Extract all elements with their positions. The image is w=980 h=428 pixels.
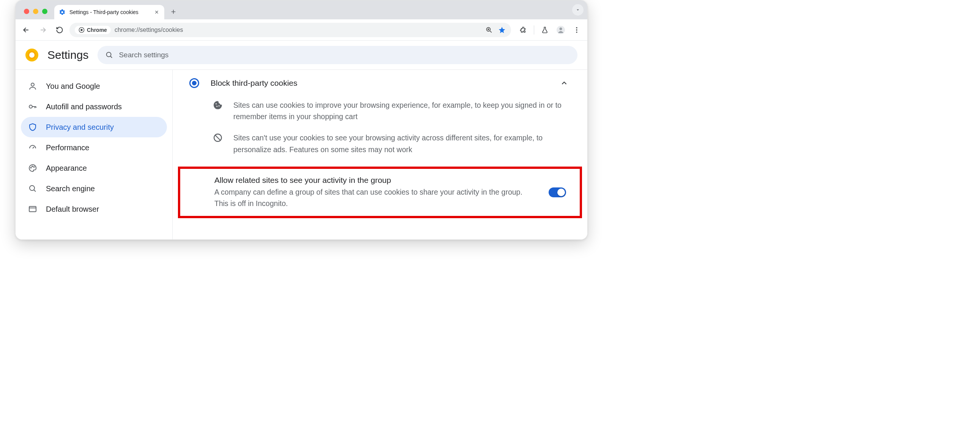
sidebar-item-label: Appearance (46, 164, 87, 173)
sidebar-item-you-and-google[interactable]: You and Google (21, 76, 167, 96)
divider (534, 25, 534, 35)
sidebar-item-label: Privacy and security (46, 123, 114, 132)
palette-icon (28, 163, 38, 173)
key-icon (28, 102, 38, 111)
svg-point-4 (560, 27, 562, 30)
settings-header: Settings Search settings (16, 41, 587, 70)
person-icon (28, 81, 38, 91)
menu-dots-icon[interactable] (570, 23, 584, 37)
search-icon (28, 184, 38, 194)
tab-strip: Settings - Third-party cookies (16, 0, 587, 19)
sidebar-item-appearance[interactable]: Appearance (21, 158, 167, 178)
close-tab-icon[interactable] (154, 9, 160, 15)
svg-point-14 (30, 186, 35, 191)
tab-title: Settings - Third-party cookies (70, 9, 150, 15)
minimize-window-button[interactable] (33, 9, 38, 14)
svg-point-16 (215, 103, 216, 104)
tab-search-button[interactable] (572, 4, 584, 16)
profile-avatar[interactable] (554, 23, 568, 37)
toggle-knob (557, 189, 565, 196)
search-placeholder: Search settings (119, 51, 169, 59)
sidebar-item-search-engine[interactable]: Search engine (21, 178, 167, 199)
browser-window-icon (28, 204, 38, 214)
maximize-window-button[interactable] (42, 9, 48, 14)
svg-point-1 (80, 29, 82, 31)
chrome-logo-icon (25, 49, 38, 62)
svg-point-8 (107, 53, 111, 57)
allow-related-sites-row: Allow related sites to see your activity… (178, 167, 582, 218)
toolbar: Chrome chrome://settings/cookies (16, 19, 587, 41)
forward-button[interactable] (36, 23, 50, 37)
sidebar: You and Google Autofill and passwords Pr… (16, 70, 173, 239)
toolbar-actions (514, 23, 584, 37)
zoom-icon[interactable] (485, 26, 493, 34)
radio-selected-icon (189, 78, 199, 88)
url-text: chrome://settings/cookies (115, 27, 183, 33)
speedometer-icon (28, 143, 38, 153)
site-chip: Chrome (75, 26, 111, 34)
cookies-card: Block third-party cookies Sites can use … (178, 70, 582, 218)
chip-label: Chrome (87, 27, 107, 33)
sidebar-item-performance[interactable]: Performance (21, 137, 167, 158)
svg-point-12 (32, 166, 33, 167)
sidebar-item-label: You and Google (46, 82, 100, 91)
svg-point-6 (576, 29, 577, 30)
sidebar-item-default-browser[interactable]: Default browser (21, 199, 167, 219)
svg-point-17 (216, 106, 217, 107)
close-window-button[interactable] (24, 9, 29, 14)
labs-icon[interactable] (538, 23, 552, 37)
related-sites-description: A company can define a group of sites th… (214, 186, 529, 209)
main-panel: Block third-party cookies Sites can use … (173, 70, 587, 239)
svg-point-10 (29, 105, 32, 108)
settings-body: You and Google Autofill and passwords Pr… (16, 70, 587, 239)
description-allowed: Sites can use cookies to improve your br… (178, 96, 582, 129)
bookmark-star-icon[interactable] (498, 26, 506, 34)
window-controls (24, 9, 48, 14)
radio-label: Block third-party cookies (210, 78, 560, 88)
search-icon (105, 51, 113, 59)
new-tab-button[interactable] (167, 6, 180, 18)
browser-window: Settings - Third-party cookies (15, 0, 588, 240)
page-title: Settings (48, 49, 88, 62)
blocked-icon (212, 132, 223, 155)
description-text: Sites can use cookies to improve your br… (233, 99, 563, 122)
svg-rect-15 (29, 207, 36, 212)
svg-point-13 (34, 167, 35, 167)
address-bar[interactable]: Chrome chrome://settings/cookies (70, 23, 511, 37)
shield-icon (28, 122, 38, 132)
description-text: Sites can't use your cookies to see your… (233, 132, 563, 155)
sidebar-item-label: Performance (46, 143, 89, 152)
extensions-icon[interactable] (516, 23, 530, 37)
sidebar-item-label: Search engine (46, 185, 95, 193)
svg-point-5 (576, 27, 577, 28)
svg-point-9 (31, 83, 34, 86)
page-content: Settings Search settings You and Google (16, 41, 587, 239)
sidebar-item-autofill[interactable]: Autofill and passwords (21, 96, 167, 117)
related-sites-title: Allow related sites to see your activity… (214, 176, 549, 185)
sidebar-item-label: Default browser (46, 205, 99, 214)
chrome-icon (78, 27, 84, 33)
allow-related-sites-toggle[interactable] (549, 188, 566, 197)
svg-point-7 (576, 32, 577, 33)
browser-tab[interactable]: Settings - Third-party cookies (54, 5, 164, 19)
chevron-up-icon[interactable] (560, 79, 568, 87)
svg-point-18 (218, 105, 220, 107)
sidebar-item-label: Autofill and passwords (46, 102, 122, 111)
sidebar-item-privacy-security[interactable]: Privacy and security (21, 117, 167, 137)
back-button[interactable] (19, 23, 33, 37)
settings-gear-icon (59, 9, 66, 16)
block-third-party-cookies-option[interactable]: Block third-party cookies (178, 70, 582, 96)
reload-button[interactable] (53, 23, 67, 37)
svg-point-11 (31, 167, 32, 168)
description-blocked: Sites can't use your cookies to see your… (178, 129, 582, 162)
search-settings-input[interactable]: Search settings (97, 46, 578, 64)
cookie-icon (212, 99, 223, 122)
